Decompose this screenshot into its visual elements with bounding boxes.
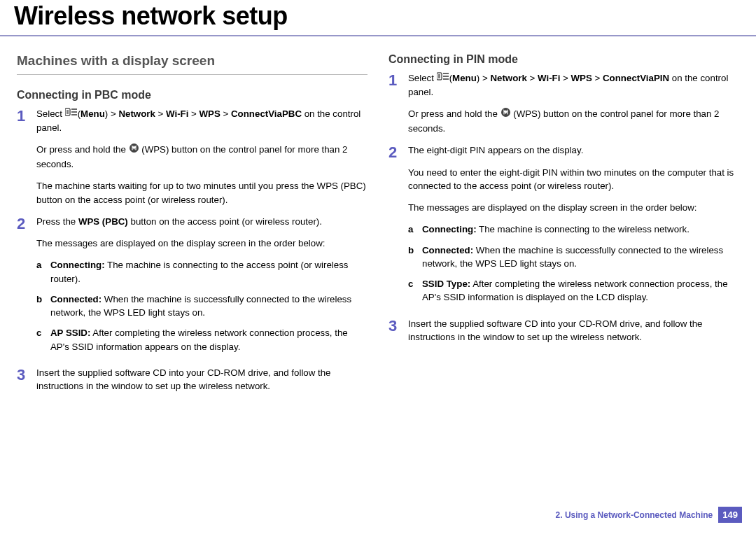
substep-c: c SSID Type: After completing the wirele… <box>408 277 739 304</box>
text: The messages are displayed on the displa… <box>36 237 368 250</box>
path-wps: WPS <box>571 73 592 83</box>
text: > <box>527 73 538 83</box>
substep-a: a Connecting: The machine is connecting … <box>36 258 368 286</box>
step-body: Insert the supplied software CD into you… <box>36 366 368 396</box>
path-network: Network <box>490 73 526 83</box>
step-number: 3 <box>17 366 36 383</box>
text: Or press and hold the <box>36 144 129 155</box>
text: ) > <box>477 73 491 83</box>
step-2-pbc: 2 Press the WPS (PBC) button on the acce… <box>17 215 368 360</box>
path-network: Network <box>118 108 155 119</box>
text: ) > <box>105 108 119 119</box>
page-title: Wireless network setup <box>0 0 756 35</box>
title-underline <box>0 35 756 36</box>
text: The messages are displayed on the displa… <box>408 201 739 214</box>
text: > <box>188 108 199 119</box>
text: The machine starts waiting for up to two… <box>36 179 368 206</box>
menu-icon <box>65 107 78 120</box>
step-3-pin: 3 Insert the supplied software CD into y… <box>388 317 739 347</box>
step-3-pbc: 3 Insert the supplied software CD into y… <box>17 366 368 396</box>
substep-b: b Connected: When the machine is success… <box>36 293 368 320</box>
step-body: The eight-digit PIN appears on the displ… <box>408 143 739 311</box>
wps-icon <box>129 143 139 157</box>
step-body: Select (Menu) > Network > Wi-Fi > WPS > … <box>36 107 368 209</box>
step-1-pin: 1 Select (Menu) > Network > Wi-Fi > WPS … <box>388 71 739 138</box>
step-1-pbc: 1 Select (Menu) > Network > Wi-Fi > WPS … <box>17 107 368 209</box>
path-connect-pbc: ConnectViaPBC <box>231 108 302 119</box>
substep-letter: a <box>36 258 50 272</box>
step-body: Insert the supplied software CD into you… <box>408 317 739 347</box>
status-connected: Connected: <box>50 294 102 304</box>
section-heading: Machines with a display screen <box>17 53 368 75</box>
step-number: 2 <box>17 215 36 232</box>
text: You need to enter the eight-digit PIN wi… <box>408 166 739 193</box>
menu-label: Menu <box>452 73 477 83</box>
wps-pbc-label: WPS (PBC) <box>78 216 128 227</box>
subsection-heading-pin: Connecting in PIN mode <box>388 53 739 66</box>
text: After completing the wireless network co… <box>50 328 348 351</box>
text: > <box>220 108 231 119</box>
text: > <box>592 73 603 83</box>
subsection-heading-pbc: Connecting in PBC mode <box>17 89 368 101</box>
text: Insert the supplied software CD into you… <box>408 317 739 344</box>
step-number: 3 <box>388 317 408 334</box>
substep-letter: a <box>408 223 422 236</box>
substep-letter: c <box>36 326 50 339</box>
text: Select <box>36 108 65 119</box>
step-number: 2 <box>388 143 408 160</box>
text: > <box>560 73 570 83</box>
status-connecting: Connecting: <box>422 224 477 234</box>
step-body: Select (Menu) > Network > Wi-Fi > WPS > … <box>408 71 739 138</box>
status-connecting: Connecting: <box>50 260 105 270</box>
step-number: 1 <box>17 107 36 124</box>
wps-icon <box>500 107 511 121</box>
left-column: Machines with a display screen Connectin… <box>17 53 368 401</box>
page-footer: 2. Using a Network-Connected Machine 149 <box>556 507 742 523</box>
text: > <box>155 108 166 119</box>
path-connect-pin: ConnectViaPIN <box>603 73 669 83</box>
path-wps: WPS <box>200 108 220 119</box>
substep-b: b Connected: When the machine is success… <box>408 244 739 271</box>
page-number: 149 <box>718 507 742 523</box>
path-wifi: Wi-Fi <box>166 108 188 119</box>
text: Insert the supplied software CD into you… <box>36 366 368 393</box>
page: Wireless network setup Machines with a d… <box>0 0 756 534</box>
substep-letter: b <box>36 293 50 306</box>
status-ssid-type: SSID Type: <box>422 279 470 289</box>
menu-icon <box>437 71 449 85</box>
text: Press the <box>36 216 78 227</box>
text: The machine is connecting to the wireles… <box>477 224 690 234</box>
step-2-pin: 2 The eight-digit PIN appears on the dis… <box>388 143 739 311</box>
step-number: 1 <box>388 71 408 88</box>
substep-letter: b <box>408 244 422 257</box>
step-body: Press the WPS (PBC) button on the access… <box>36 215 368 360</box>
status-ap-ssid: AP SSID: <box>50 328 90 338</box>
text: button on the access point (or wireless … <box>128 216 322 227</box>
path-wifi: Wi-Fi <box>538 73 560 83</box>
menu-label: Menu <box>80 108 105 119</box>
footer-chapter: 2. Using a Network-Connected Machine <box>556 510 713 520</box>
substep-letter: c <box>408 277 422 290</box>
right-column: Connecting in PIN mode 1 Select (Menu) >… <box>388 53 739 401</box>
substep-a: a Connecting: The machine is connecting … <box>408 223 739 236</box>
text: Select <box>408 73 437 83</box>
text: Or press and hold the <box>408 108 500 119</box>
substep-c: c AP SSID: After completing the wireless… <box>36 326 368 353</box>
status-connected: Connected: <box>422 245 473 255</box>
content-columns: Machines with a display screen Connectin… <box>0 42 756 401</box>
text: The eight-digit PIN appears on the displ… <box>408 143 739 157</box>
